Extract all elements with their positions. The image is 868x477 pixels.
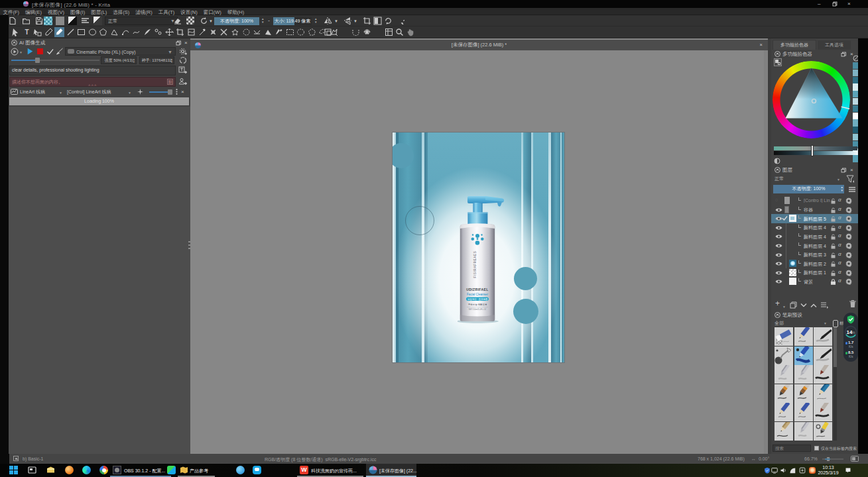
svg-text:深层清洁 · 温和净透: 深层清洁 · 温和净透	[467, 297, 488, 301]
svg-text:NET:150ml/5.0FL.OZ: NET:150ml/5.0FL.OZ	[469, 308, 487, 311]
svg-text:平衡水油 清爽洁净: 平衡水油 清爽洁净	[468, 303, 487, 306]
svg-text:UDIZRIFAEL: UDIZRIFAEL	[466, 288, 488, 292]
svg-text:FISIRAFREAES: FISIRAFREAES	[473, 251, 477, 278]
svg-text:Facial Cleanser: Facial Cleanser	[467, 293, 488, 296]
